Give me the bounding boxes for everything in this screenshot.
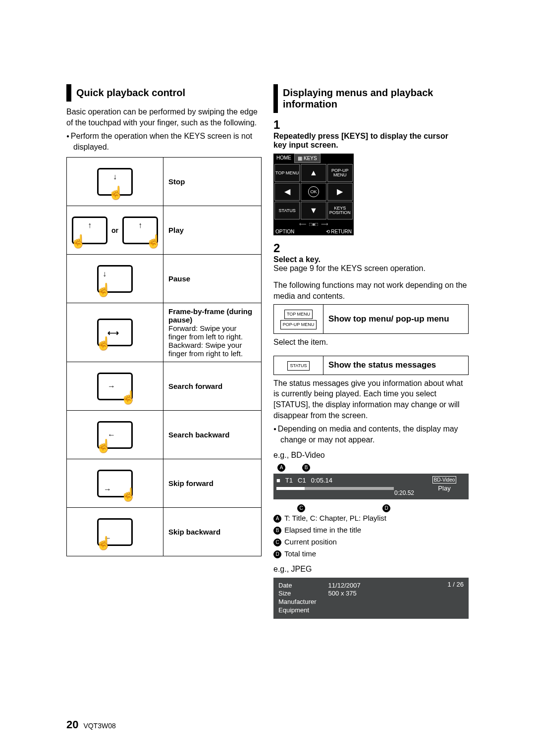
gesture-illustration-pause: ↓ ☝	[67, 255, 163, 303]
right-key: ▶	[327, 183, 353, 201]
date-value: 11/12/2007	[328, 582, 361, 590]
legend-text: Current position	[284, 538, 337, 546]
hand-icon: ☝	[96, 537, 109, 552]
section-heading-displaying-menus: Displaying menus and playback informatio…	[273, 84, 469, 113]
arrow-right-icon: →	[104, 485, 111, 494]
touchpad-icon: ↓ ☝	[97, 168, 133, 196]
table-row: ← ☝ Skip backward	[67, 508, 262, 556]
arrow-up-icon: ↑	[88, 221, 92, 230]
gesture-illustration-skip-fwd: → ☝	[67, 459, 163, 508]
keys-tab-bar: HOME ▦KEYS	[273, 154, 354, 163]
hand-icon: ☝	[96, 283, 109, 299]
hand-icon: ☝	[96, 337, 109, 353]
or-label: or	[111, 226, 118, 234]
ok-label: OK	[308, 186, 319, 197]
table-row: → ☝ Search forward	[67, 362, 262, 411]
touchpad-icon: ⟷ ☝	[97, 319, 133, 346]
keys-screen-illustration: HOME ▦KEYS TOP MENU ▲ POP-UP MENU ◀ OK ▶…	[273, 154, 354, 235]
jpeg-keys: Date Size Manufacturer Equipment	[278, 582, 317, 615]
heading-text: Displaying menus and playback informatio…	[283, 84, 469, 113]
intro-text: Basic operation can be performed by swip…	[66, 107, 262, 128]
touchpad-icon: → ☝	[97, 470, 133, 497]
osd-elapsed: 0:05.14	[311, 477, 332, 484]
progress-fill	[276, 487, 305, 490]
legend-item: AT: Title, C: Chapter, PL: Playlist	[273, 512, 469, 524]
legend-item: BElapsed time in the title	[273, 524, 469, 536]
arrow-down-icon: ↓	[113, 172, 117, 181]
document-code: VQT3W08	[83, 722, 115, 730]
touchpad-icon: ↓ ☝	[97, 265, 133, 293]
gesture-table: ↓ ☝ Stop ↑ ☝ or	[66, 157, 262, 556]
popup-menu-key: POP-UP MENU	[327, 164, 353, 182]
rewind-icon: ⟵	[299, 221, 306, 227]
gesture-illustration-skip-bwd: ← ☝	[67, 508, 163, 556]
arrow-right-icon: →	[107, 382, 115, 391]
disclaimer-text: The following functions may not work dep…	[273, 280, 469, 301]
callout-a-icon: A	[273, 515, 281, 523]
table-row: ↓ ☝ Pause	[67, 255, 262, 303]
option-label: OPTION	[275, 229, 294, 234]
touchpad-icon: → ☝	[97, 373, 133, 400]
status-bullet: Depending on media and contents, the dis…	[273, 424, 469, 445]
manufacturer-key: Manufacturer	[278, 598, 317, 606]
gesture-detail: Backward: Swipe your finger from right t…	[168, 341, 256, 358]
legend-text: Elapsed time in the title	[284, 526, 361, 534]
osd-chapter: C1	[298, 477, 306, 484]
function-label: Show the status messages	[323, 356, 469, 375]
callout-b-icon: B	[302, 464, 310, 472]
forward-icon: ⟶	[321, 221, 328, 227]
hand-icon: ☝	[108, 186, 122, 202]
gesture-label: Skip backward	[163, 508, 262, 556]
gesture-illustration-stop: ↓ ☝	[67, 158, 163, 206]
key-cell: TOP MENU POP-UP MENU	[274, 305, 323, 334]
hand-icon: ☝	[96, 439, 109, 455]
tab-label: KEYS	[304, 156, 317, 161]
table-row: TOP MENU POP-UP MENU Show top menu/ pop-…	[274, 305, 469, 334]
gesture-illustration-play: ↑ ☝ or ↑ ☝	[67, 206, 163, 255]
step-text: Select a key.	[273, 255, 321, 264]
gesture-label: Stop	[163, 158, 262, 206]
gesture-label: Search forward	[163, 362, 262, 411]
touchpad-icon: ← ☝	[97, 518, 133, 546]
gesture-label: Search backward	[163, 411, 262, 459]
stop-glyph-icon: ■	[276, 477, 280, 484]
gesture-illustration-search-bwd: ← ☝	[67, 411, 163, 459]
arrow-down-icon: ↓	[103, 270, 107, 278]
legend-text: T: Title, C: Chapter, PL: Playlist	[284, 514, 386, 522]
manual-page: Quick playback control Basic operation c…	[0, 0, 535, 756]
note-list: Perform the operation when the KEYS scre…	[66, 131, 262, 152]
touchpad-icon: ← ☝	[97, 421, 133, 449]
ok-key: OK	[301, 183, 326, 201]
example-label-bd: e.g., BD-Video	[273, 450, 469, 461]
list-icon: ▦	[298, 156, 302, 161]
gesture-name: Play	[168, 226, 184, 234]
keys-footer: OPTION ⟲ RETURN	[273, 228, 354, 235]
callout-d-icon: D	[273, 550, 281, 558]
gesture-name: Skip forward	[168, 479, 214, 487]
return-label: ⟲ RETURN	[326, 229, 352, 234]
home-tab: HOME	[273, 154, 294, 163]
step-note: See page 9 for the KEYS screen operation…	[273, 264, 426, 272]
jpeg-counter: 1 / 26	[447, 581, 464, 588]
table-row: ↓ ☝ Stop	[67, 158, 262, 206]
two-columns: Quick playback control Basic operation c…	[66, 84, 469, 624]
callout-d-icon: D	[382, 504, 390, 512]
osd-bd-video: ■ T1 C1 0:05.14 0:20.52 BD-Video Play	[273, 474, 469, 499]
callout-row-bottom: C D	[273, 504, 469, 512]
status-description: The status messages give you information…	[273, 378, 469, 421]
left-key: ◀	[274, 183, 300, 201]
osd-jpeg: Date Size Manufacturer Equipment 11/12/2…	[273, 578, 469, 619]
equipment-key: Equipment	[278, 606, 317, 615]
callout-row-top: A B	[273, 464, 469, 472]
step-number: 1	[273, 118, 286, 132]
size-key: Size	[278, 590, 317, 598]
osd-total-time: 0:20.52	[394, 489, 414, 496]
gesture-name: Skip backward	[168, 528, 220, 536]
step-number: 2	[273, 241, 286, 255]
gesture-label: Play	[163, 206, 262, 255]
top-menu-key: TOP MENU	[274, 164, 300, 182]
step-text: Repeatedly press [KEYS] to display the c…	[273, 132, 454, 150]
status-bullet-list: Depending on media and contents, the dis…	[273, 424, 469, 445]
hand-icon: ☝	[120, 488, 134, 504]
step-body: Select a key. See page 9 for the KEYS sc…	[273, 255, 454, 273]
